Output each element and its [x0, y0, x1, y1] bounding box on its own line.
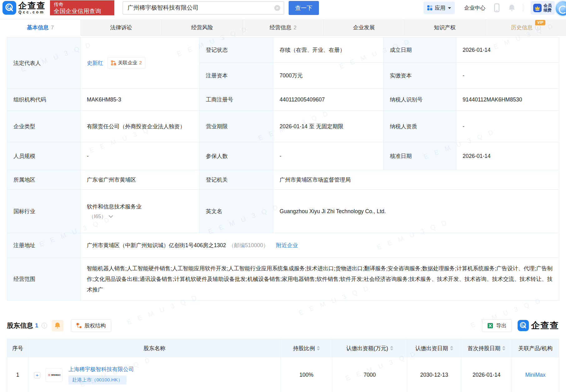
- logo-subtitle: Qcc.com: [18, 10, 45, 14]
- tab-company-development[interactable]: 企业发展: [324, 20, 405, 35]
- equity-structure-button[interactable]: 股权结构: [71, 319, 111, 332]
- legal-rep-cell: 史新红 企 关联企业 2: [81, 37, 199, 88]
- field-value: 440112005409607: [273, 89, 383, 110]
- sort-icon[interactable]: [390, 346, 393, 350]
- mobile-app-icon[interactable]: [494, 3, 499, 12]
- shareholder-logo: ✳ MINIMAX: [46, 368, 62, 382]
- member-renewal-button[interactable]: 会员 续费: [531, 1, 555, 15]
- apps-menu-label: 应用: [435, 4, 445, 12]
- tab-legal-litigation[interactable]: 法律诉讼: [81, 20, 162, 35]
- tab-label: 知识产权: [434, 24, 456, 31]
- address-postcode: （邮编510000）: [228, 241, 268, 250]
- related-product-cell: MiniMax: [512, 357, 559, 392]
- header-divider: [523, 4, 523, 12]
- export-button[interactable]: 导出: [482, 319, 512, 332]
- tab-label: 历史信息: [511, 24, 533, 31]
- field-value: 有限责任公司（外商投资企业法人独资）: [81, 111, 199, 142]
- network-icon: 企: [111, 60, 116, 66]
- industry-value: 软件和信息技术服务业: [87, 202, 142, 211]
- search-input[interactable]: [122, 1, 284, 15]
- field-label: 注册地址: [7, 233, 80, 257]
- tab-label: 基本信息: [27, 24, 49, 31]
- org-chart-icon: [76, 323, 82, 328]
- field-value: -: [81, 142, 199, 170]
- tab-history-info[interactable]: VIP 历史信息 i: [485, 20, 566, 35]
- field-value: 91440112MAK6HM8530: [456, 89, 559, 110]
- minimax-logo-icon: ✳: [47, 373, 51, 377]
- field-value: MAK6HM85-3: [81, 89, 199, 110]
- field-value: Guangzhou Xiyu Ji Zhi Technology Co., Lt…: [273, 190, 559, 233]
- logo-title: 企查查: [18, 1, 46, 10]
- chevron-down-icon[interactable]: [109, 213, 113, 218]
- column-header-related: 关联产品/机构: [512, 339, 559, 357]
- shareholders-section-header: 股东信息 1 i 股权结构 导出 企查查: [7, 319, 559, 332]
- field-label: 经营范围: [7, 258, 80, 300]
- info-icon[interactable]: i: [42, 323, 47, 328]
- member-label-line1: 会员: [544, 3, 552, 8]
- field-label: 所属地区: [7, 170, 80, 189]
- info-icon[interactable]: i: [535, 25, 541, 30]
- column-header-amount-date[interactable]: 认缴出资日期: [407, 339, 461, 357]
- field-label: 成立日期: [384, 37, 456, 62]
- qcc-brand-mark: 企查查: [518, 320, 559, 331]
- table-row: 1 + ✳ MINIMAX 上海稀宇极智科技有限公司 赴港上市（00100.HK…: [7, 357, 559, 392]
- qcc-logo[interactable]: 企查查 Qcc.com: [2, 1, 46, 15]
- first-date-value: 2026-01-14: [461, 357, 512, 392]
- promo-line1: 传奇: [54, 1, 111, 7]
- tab-operation-risk[interactable]: 经营风险: [162, 20, 243, 35]
- tab-intellectual-property[interactable]: 知识产权: [405, 20, 485, 35]
- legal-rep-link[interactable]: 史新红: [87, 59, 103, 67]
- field-value: 2026-01-14: [456, 37, 559, 62]
- field-label: 英文名: [200, 190, 273, 233]
- column-header-amount[interactable]: 认缴出资额(万元): [332, 339, 407, 357]
- monitor-bell-button[interactable]: [52, 320, 63, 331]
- amount-value: 7000: [332, 357, 407, 392]
- industry-code: （I65）: [89, 212, 106, 220]
- basic-info-table: 法定代表人 史新红 企 关联企业 2 登记状态 存续（在营、开业、在册） 成立日…: [7, 37, 559, 301]
- address-value: 广州市黄埔区（中新广州知识城）亿创街1号406房之1302: [87, 241, 226, 250]
- amount-date-value: 2030-12-13: [407, 357, 461, 392]
- member-label-line2: 续费: [544, 8, 552, 12]
- field-label: 参保人数: [200, 142, 273, 170]
- listing-status-tag[interactable]: 赴港上市（00100.HK）: [68, 375, 127, 385]
- apps-grid-icon: [427, 5, 432, 10]
- field-label: 国标行业: [7, 190, 80, 233]
- field-label: 核准日期: [384, 142, 456, 170]
- header-right-nav: 应用 企业中心 会员 续费: [424, 1, 566, 15]
- minimax-logo-text: MINIMAX: [51, 374, 61, 376]
- chevron-down-icon: [448, 7, 451, 11]
- field-value: 2026-01-14 至 无固定期限: [273, 111, 383, 142]
- field-label: 人员规模: [7, 142, 80, 170]
- column-header-ratio[interactable]: 持股比例: [281, 339, 332, 357]
- sort-icon[interactable]: [450, 346, 453, 350]
- row-number: 1: [7, 357, 28, 392]
- clear-search-icon[interactable]: ✕: [274, 5, 280, 11]
- enterprise-center-link[interactable]: 企业中心: [464, 4, 485, 12]
- table-header-row: 序号 股东名称 持股比例 认缴出资额(万元) 认缴出资日期 首次持股日期 关联产…: [7, 339, 559, 357]
- tab-label: 经营风险: [191, 24, 213, 31]
- field-label: 组织机构代码: [7, 89, 80, 110]
- equity-structure-label: 股权结构: [85, 322, 106, 329]
- tab-label: 企业发展: [353, 24, 375, 31]
- field-label: 登记机关: [200, 170, 273, 189]
- apps-menu-button[interactable]: 应用: [424, 2, 455, 14]
- column-header-no: 序号: [7, 339, 28, 357]
- expand-row-button[interactable]: +: [34, 372, 40, 378]
- search-button[interactable]: 查一下: [289, 1, 319, 15]
- tab-operation-info[interactable]: 经营信息 2: [243, 20, 324, 35]
- column-header-first-date[interactable]: 首次持股日期: [461, 339, 512, 357]
- shareholders-title: 股东信息: [7, 321, 33, 330]
- field-label: 工商注册号: [200, 89, 273, 110]
- tab-count: 7: [51, 25, 54, 31]
- related-companies-badge[interactable]: 企 关联企业 2: [107, 57, 146, 69]
- notification-bell-icon[interactable]: [508, 4, 515, 12]
- sort-icon[interactable]: [502, 346, 505, 350]
- vip-badge: VIP: [535, 20, 545, 25]
- sort-icon[interactable]: [317, 346, 320, 350]
- related-product-link[interactable]: MiniMax: [525, 372, 545, 378]
- shareholder-name-link[interactable]: 上海稀宇极智科技有限公司: [68, 365, 134, 373]
- shareholders-count: 1: [35, 322, 38, 329]
- nearby-companies-link[interactable]: 附近企业: [276, 241, 298, 250]
- tab-basic-info[interactable]: 基本信息 7: [0, 20, 81, 36]
- field-label: 法定代表人: [7, 37, 80, 88]
